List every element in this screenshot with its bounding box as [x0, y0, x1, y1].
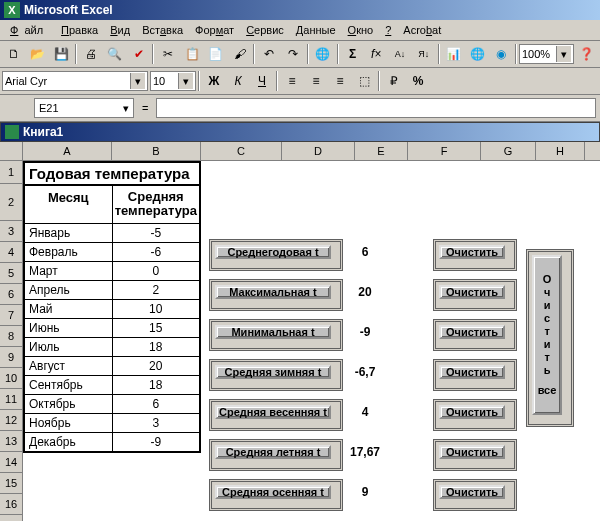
merge-icon[interactable]: ⬚ — [352, 69, 376, 93]
cut-icon[interactable]: ✂ — [156, 42, 180, 66]
calc-value: -6,7 — [345, 365, 385, 379]
row-header[interactable]: 17 — [0, 515, 22, 521]
menu-data[interactable]: Данные — [290, 22, 342, 38]
cell-month: Февраль — [25, 243, 113, 261]
format-painter-icon[interactable]: 🖌 — [228, 42, 252, 66]
calc-button[interactable]: Максимальная t — [215, 285, 331, 299]
new-icon[interactable]: 🗋 — [2, 42, 26, 66]
row-header[interactable]: 16 — [0, 494, 22, 515]
menu-insert[interactable]: Вставка — [136, 22, 189, 38]
font-combo[interactable]: Arial Cyr ▾ — [2, 71, 148, 91]
row-header[interactable]: 14 — [0, 452, 22, 473]
menu-edit[interactable]: Правка — [55, 22, 104, 38]
col-header-A[interactable]: A — [23, 142, 112, 160]
col-header-G[interactable]: G — [481, 142, 536, 160]
calc-button[interactable]: Средняя весенняя t — [215, 405, 331, 419]
autosum-icon[interactable]: Σ — [341, 42, 365, 66]
zoom-combo[interactable]: 100% ▾ — [519, 44, 574, 64]
row-header[interactable]: 4 — [0, 242, 22, 263]
toolbar-standard: 🗋 📂 💾 🖨 🔍 ✔ ✂ 📋 📄 🖌 ↶ ↷ 🌐 Σ f× A↓ Я↓ 📊 🌐… — [0, 41, 600, 68]
clear-button[interactable]: Очистить — [439, 445, 505, 459]
col-header-E[interactable]: E — [355, 142, 408, 160]
map-icon[interactable]: 🌐 — [465, 42, 489, 66]
calc-button[interactable]: Среднегодовая t — [215, 245, 331, 259]
bold-icon[interactable]: Ж — [202, 69, 226, 93]
row-header[interactable]: 15 — [0, 473, 22, 494]
drawing-icon[interactable]: ◉ — [489, 42, 513, 66]
redo-icon[interactable]: ↷ — [281, 42, 305, 66]
paste-icon[interactable]: 📄 — [204, 42, 228, 66]
calc-button[interactable]: Средняя зимняя t — [215, 365, 331, 379]
col-header-H[interactable]: H — [536, 142, 585, 160]
currency-icon[interactable]: ₽ — [382, 69, 406, 93]
menu-file[interactable]: Файл — [4, 22, 55, 38]
copy-icon[interactable]: 📋 — [180, 42, 204, 66]
spell-icon[interactable]: ✔ — [127, 42, 151, 66]
print-icon[interactable]: 🖨 — [79, 42, 103, 66]
col-header-C[interactable]: C — [201, 142, 282, 160]
cell-temp: 15 — [113, 319, 200, 337]
calc-frame: Средняя осенняя t — [209, 479, 343, 511]
calc-button[interactable]: Средняя осенняя t — [215, 485, 331, 499]
save-icon[interactable]: 💾 — [50, 42, 74, 66]
calc-button[interactable]: Средняя летняя t — [215, 445, 331, 459]
row-header[interactable]: 1 — [0, 161, 22, 184]
clear-all-button[interactable]: Очистить все — [532, 255, 562, 415]
sort-asc-icon[interactable]: A↓ — [388, 42, 412, 66]
cell-reference: E21 — [39, 102, 59, 114]
cell-month: Апрель — [25, 281, 113, 299]
table-row: Декабрь-9 — [25, 433, 199, 451]
row-header[interactable]: 13 — [0, 431, 22, 452]
calc-button[interactable]: Минимальная t — [215, 325, 331, 339]
column-headers: ABCDEFGH — [0, 142, 600, 161]
undo-icon[interactable]: ↶ — [257, 42, 281, 66]
row-header[interactable]: 6 — [0, 284, 22, 305]
col-header-F[interactable]: F — [408, 142, 481, 160]
name-box[interactable]: E21 ▾ — [34, 98, 134, 118]
row-header[interactable]: 9 — [0, 347, 22, 368]
col-header-D[interactable]: D — [282, 142, 355, 160]
table-row: Октябрь6 — [25, 395, 199, 414]
preview-icon[interactable]: 🔍 — [103, 42, 127, 66]
row-header[interactable]: 2 — [0, 184, 22, 221]
formula-bar: E21 ▾ = — [0, 95, 600, 122]
chart-icon[interactable]: 📊 — [442, 42, 466, 66]
clear-button[interactable]: Очистить — [439, 285, 505, 299]
open-icon[interactable]: 📂 — [26, 42, 50, 66]
menu-format[interactable]: Формат — [189, 22, 240, 38]
link-icon[interactable]: 🌐 — [311, 42, 335, 66]
underline-icon[interactable]: Ч — [250, 69, 274, 93]
menu-window[interactable]: Окно — [342, 22, 380, 38]
row-header[interactable]: 12 — [0, 410, 22, 431]
fontsize-combo[interactable]: 10 ▾ — [150, 71, 196, 91]
col-header-B[interactable]: B — [112, 142, 201, 160]
cells-area[interactable]: Годовая температура Месяц Средняя темпер… — [23, 161, 583, 521]
clear-button[interactable]: Очистить — [439, 365, 505, 379]
menu-view[interactable]: Вид — [104, 22, 136, 38]
row-header[interactable]: 11 — [0, 389, 22, 410]
align-right-icon[interactable]: ≡ — [328, 69, 352, 93]
spreadsheet-grid: ABCDEFGH 1234567891011121314151617 Годов… — [0, 142, 600, 521]
menu-help[interactable]: ? — [379, 22, 397, 38]
row-header[interactable]: 7 — [0, 305, 22, 326]
select-all-corner[interactable] — [0, 142, 23, 160]
row-header[interactable]: 3 — [0, 221, 22, 242]
function-icon[interactable]: f× — [364, 42, 388, 66]
clear-button[interactable]: Очистить — [439, 405, 505, 419]
align-left-icon[interactable]: ≡ — [280, 69, 304, 93]
help-icon[interactable]: ❓ — [574, 42, 598, 66]
align-center-icon[interactable]: ≡ — [304, 69, 328, 93]
clear-button[interactable]: Очистить — [439, 245, 505, 259]
sort-desc-icon[interactable]: Я↓ — [412, 42, 436, 66]
italic-icon[interactable]: К — [226, 69, 250, 93]
menu-acrobat[interactable]: Acrobat — [397, 22, 447, 38]
clear-button[interactable]: Очистить — [439, 485, 505, 499]
row-header[interactable]: 5 — [0, 263, 22, 284]
percent-icon[interactable]: % — [406, 69, 430, 93]
menubar: Файл Правка Вид Вставка Формат Сервис Да… — [0, 20, 600, 41]
row-header[interactable]: 8 — [0, 326, 22, 347]
row-header[interactable]: 10 — [0, 368, 22, 389]
formula-input[interactable] — [156, 98, 596, 118]
menu-tools[interactable]: Сервис — [240, 22, 290, 38]
clear-button[interactable]: Очистить — [439, 325, 505, 339]
